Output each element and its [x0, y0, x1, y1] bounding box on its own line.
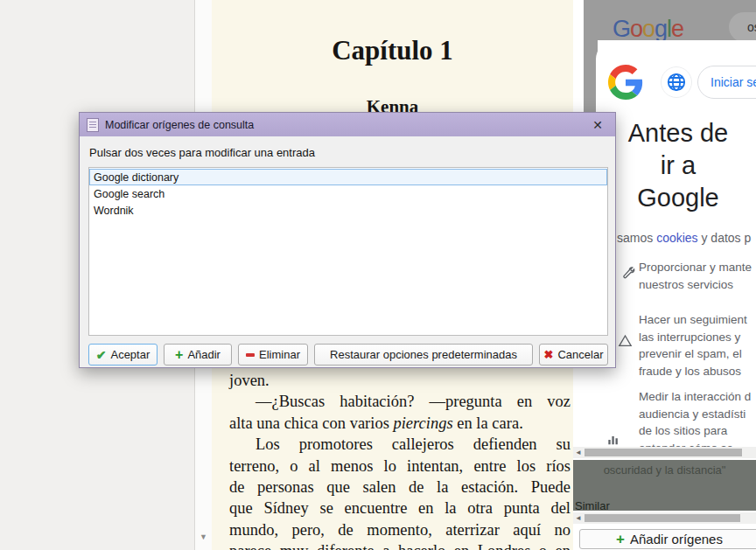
book-line: mundo, pero, de momento, aterrizar aquí …	[229, 519, 570, 540]
list-item-google-dictionary[interactable]: Google dictionary	[89, 169, 607, 185]
scrollbar-thumb[interactable]	[584, 449, 742, 456]
book-line: alta una chica con varios piercings en l…	[229, 413, 570, 434]
dialog-hint-label: Pulsar dos veces para modificar una entr…	[89, 146, 315, 159]
dimmed-google-header: Google os	[584, 0, 756, 40]
google-consent-card: Iniciar ses Antes de ir a Google samos c…	[596, 40, 756, 448]
book-line: que Sídney se encuentre en la otra punta…	[229, 498, 570, 519]
consent-heading: Antes de ir a Google	[599, 117, 756, 214]
bullet-line: las interrupciones y	[639, 329, 756, 346]
heading-line: Google	[599, 182, 756, 214]
bullet-line: prevenir el spam, el	[639, 345, 756, 363]
scroll-left-icon[interactable]: ◄	[575, 449, 582, 456]
consent-bullet: Proporcionar y mante nuestros servicios	[639, 259, 756, 293]
add-button[interactable]: + Añadir	[164, 344, 232, 366]
bullet-line: audiencia y estadísti	[639, 406, 756, 423]
dialog-button-row: ✔ Aceptar + Añadir Eliminar Restaurar op…	[88, 344, 608, 366]
check-icon: ✔	[96, 348, 107, 362]
google-g-logo	[608, 65, 643, 100]
scroll-down-icon[interactable]: ▼	[195, 533, 212, 541]
cookie-text: y datos p	[698, 231, 752, 245]
language-globe-button[interactable]	[661, 66, 692, 98]
heading-line: ir a	[599, 150, 756, 182]
add-sources-label: Añadir orígenes	[630, 532, 723, 547]
book-text: joven. —¿Buscas habitación? —pregunta en…	[229, 370, 570, 550]
remove-label: Eliminar	[259, 348, 300, 361]
dialog-titlebar[interactable]: Modificar orígenes de consulta ✕	[80, 113, 615, 136]
book-line: de personas que salen de la estación. Pu…	[229, 477, 570, 498]
horizontal-scrollbar[interactable]: ◄	[573, 512, 756, 524]
close-icon[interactable]: ✕	[587, 118, 608, 132]
chapter-title: Capítulo 1	[212, 35, 573, 66]
dictionary-app-icon	[87, 118, 99, 132]
cookies-link[interactable]: cookies	[656, 231, 697, 245]
signin-button[interactable]: Iniciar ses	[697, 66, 756, 99]
globe-icon	[667, 73, 686, 92]
add-sources-button[interactable]: + Añadir orígenes	[579, 529, 756, 549]
cancel-label: Cancelar	[557, 348, 603, 361]
consent-bullet: Medir la interacción d audiencia y estad…	[639, 388, 756, 448]
add-label: Añadir	[187, 348, 220, 361]
cookie-notice: samos cookies y datos p	[617, 231, 751, 245]
bullet-line: Medir la interacción d	[639, 388, 756, 406]
google-wordmark-logo: Google	[612, 16, 683, 40]
x-icon: ✖	[544, 348, 554, 361]
book-line-text: alta una chica con varios	[229, 414, 393, 432]
book-line: joven.	[229, 370, 570, 391]
restore-label: Restaurar opciones predeterminadas	[330, 348, 517, 361]
plus-icon: +	[175, 348, 183, 362]
minus-icon	[246, 353, 255, 357]
list-item-wordnik[interactable]: Wordnik	[89, 202, 607, 219]
scroll-left-icon[interactable]: ◄	[575, 514, 582, 522]
wordmark-letter: o	[642, 16, 654, 40]
wordmark-letter: o	[630, 16, 642, 40]
book-line-text: en la cara.	[453, 414, 523, 432]
edit-sources-dialog: Modificar orígenes de consulta ✕ Pulsar …	[79, 112, 616, 368]
wordmark-letter: g	[654, 16, 667, 40]
bullet-line: Hacer un seguimient	[639, 311, 756, 329]
consent-bullet: Hacer un seguimient las interrupciones y…	[639, 311, 756, 380]
result-preview-overlay: oscuridad y la distancia" Similar	[573, 460, 756, 511]
bar-chart-icon	[606, 434, 620, 446]
book-line-italic: piercings	[393, 414, 452, 432]
cancel-button[interactable]: ✖ Cancelar	[539, 344, 608, 366]
bullet-line: fraude y los abusos	[639, 363, 756, 380]
sources-list[interactable]: Google dictionary Google search Wordnik	[88, 167, 608, 336]
accept-label: Aceptar	[110, 348, 150, 361]
book-line: Los promotores callejeros defienden su	[229, 434, 570, 455]
list-item-google-search[interactable]: Google search	[89, 185, 607, 202]
book-line: parece muy diferente a hacerlo en Londre…	[229, 540, 570, 550]
book-line: terreno, o al menos lo intentan, entre l…	[229, 456, 570, 477]
cookie-text: samos	[617, 231, 656, 245]
app-window: ▼ Capítulo 1 Kenna joven. —¿Buscas habit…	[0, 0, 756, 550]
remove-button[interactable]: Eliminar	[238, 344, 308, 366]
scrollbar-thumb[interactable]	[584, 514, 740, 522]
accept-button[interactable]: ✔ Aceptar	[88, 344, 158, 366]
wrench-icon	[621, 266, 635, 280]
plus-icon: +	[616, 532, 625, 547]
similar-label: Similar	[575, 499, 610, 512]
heading-line: Antes de	[599, 117, 756, 150]
book-line: —¿Buscas habitación? —pregunta en voz	[229, 391, 570, 412]
bullet-line: Proporcionar y mante	[639, 259, 756, 276]
bullet-line: de los sitios para	[639, 422, 756, 440]
wordmark-letter: e	[671, 16, 683, 40]
dialog-title: Modificar orígenes de consulta	[105, 119, 254, 131]
wordmark-letter: G	[612, 16, 630, 40]
horizontal-scrollbar[interactable]: ◄	[573, 447, 756, 458]
search-input[interactable]: os	[729, 12, 756, 40]
warning-triangle-icon	[618, 334, 633, 348]
bullet-line: nuestros servicios	[639, 276, 756, 294]
result-quote: oscuridad y la distancia"	[573, 463, 756, 477]
restore-defaults-button[interactable]: Restaurar opciones predeterminadas	[314, 344, 533, 366]
